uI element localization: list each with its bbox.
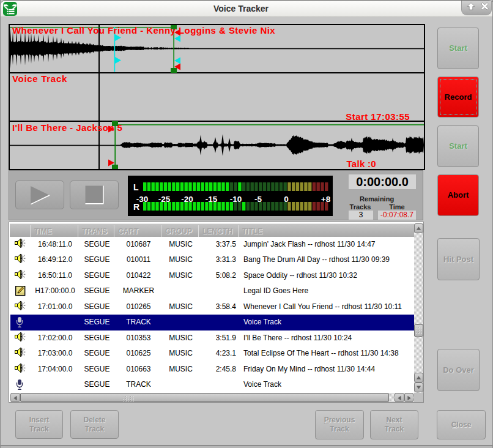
- svg-text:Voice Track: Voice Track: [12, 73, 67, 84]
- svg-text:Whenever I Call You Friend - K: Whenever I Call You Friend - Kenny Loggi…: [12, 25, 275, 35]
- svg-text:Talk :0: Talk :0: [346, 159, 376, 169]
- svg-text:L: L: [133, 182, 139, 192]
- svg-text:0: 0: [284, 195, 289, 204]
- svg-text:+8: +8: [321, 195, 331, 204]
- svg-text:I'll Be There - Jackson 5: I'll Be There - Jackson 5: [12, 122, 122, 133]
- svg-text:-5: -5: [254, 195, 262, 204]
- svg-text:-20: -20: [181, 195, 193, 204]
- svg-text:-15: -15: [206, 195, 218, 204]
- svg-text:-25: -25: [158, 195, 171, 204]
- svg-text:-10: -10: [230, 195, 242, 204]
- svg-text:-30: -30: [136, 195, 149, 204]
- svg-text:Start 17:03:55: Start 17:03:55: [346, 111, 410, 122]
